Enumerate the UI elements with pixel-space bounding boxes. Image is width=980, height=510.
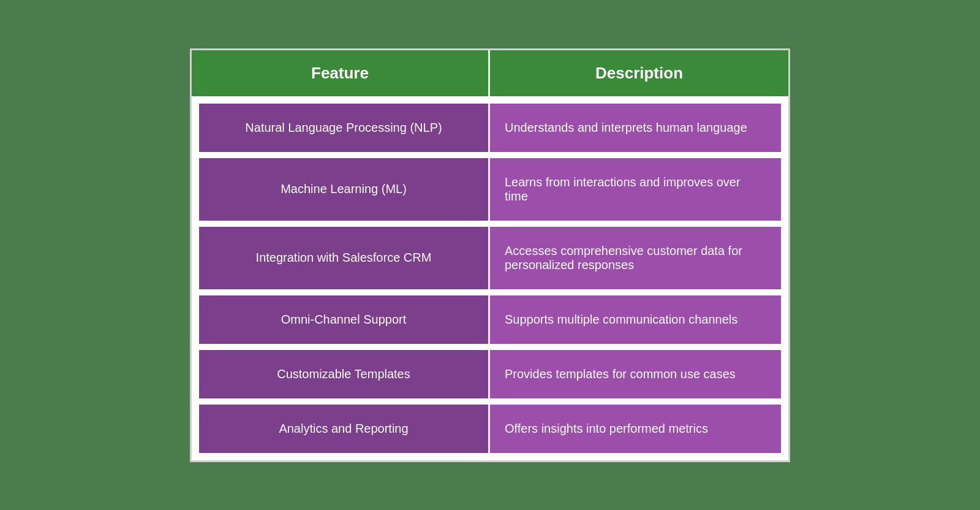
feature-header: Feature: [192, 50, 490, 96]
description-cell-5: Offers insights into performed metrics: [490, 405, 781, 453]
description-cell-4: Provides templates for common use cases: [490, 350, 781, 398]
table-header: Feature Description: [192, 50, 788, 96]
feature-cell-4: Customizable Templates: [199, 350, 490, 398]
table-body: Natural Language Processing (NLP)Underst…: [192, 96, 788, 460]
table-row: Omni-Channel SupportSupports multiple co…: [199, 295, 781, 344]
description-cell-2: Accesses comprehensive customer data for…: [490, 227, 781, 289]
description-cell-0: Understands and interprets human languag…: [490, 104, 781, 152]
feature-cell-2: Integration with Salesforce CRM: [199, 227, 490, 289]
feature-cell-5: Analytics and Reporting: [199, 405, 490, 453]
description-cell-3: Supports multiple communication channels: [490, 295, 781, 344]
table-row: Integration with Salesforce CRMAccesses …: [199, 227, 781, 289]
table-row: Natural Language Processing (NLP)Underst…: [199, 104, 781, 152]
table-row: Customizable TemplatesProvides templates…: [199, 350, 781, 398]
description-cell-1: Learns from interactions and improves ov…: [490, 158, 781, 221]
main-table: Feature Description Natural Language Pro…: [190, 48, 790, 462]
feature-cell-3: Omni-Channel Support: [199, 295, 490, 344]
feature-cell-0: Natural Language Processing (NLP): [199, 104, 490, 152]
table-row: Machine Learning (ML)Learns from interac…: [199, 158, 781, 221]
description-header: Description: [490, 50, 788, 96]
feature-cell-1: Machine Learning (ML): [199, 158, 490, 221]
table-row: Analytics and ReportingOffers insights i…: [199, 405, 781, 453]
